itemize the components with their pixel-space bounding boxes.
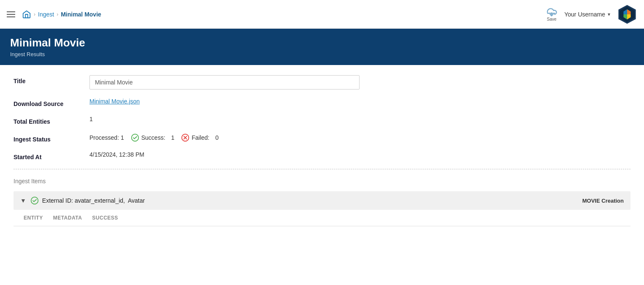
page-title: Minimal Movie xyxy=(10,36,634,49)
breadcrumb-sep-2: › xyxy=(57,11,58,17)
failed-status: Failed: 0 xyxy=(181,133,219,142)
tab-entity[interactable]: ENTITY xyxy=(24,215,43,221)
app-logo: AXINOM MOSAIC xyxy=(617,4,637,24)
page-header: Minimal Movie Ingest Results xyxy=(0,29,644,65)
breadcrumb-ingest[interactable]: Ingest xyxy=(38,11,54,18)
ingest-status-row: Ingest Status Processed: 1 Success: 1 xyxy=(14,133,630,143)
breadcrumb-sep-1: › xyxy=(34,11,35,17)
top-nav: › Ingest › Minimal Movie Save Your Usern… xyxy=(0,0,644,29)
item-tabs: ENTITY METADATA SUCCESS xyxy=(14,210,630,226)
title-label: Title xyxy=(14,75,89,84)
download-source-label: Download Source xyxy=(14,98,89,107)
home-breadcrumb[interactable] xyxy=(22,10,31,19)
total-entities-value: 1 xyxy=(89,116,630,122)
started-at-value: 4/15/2024, 12:38 PM xyxy=(89,151,630,158)
ingest-status-label: Ingest Status xyxy=(14,133,89,143)
save-label: Save xyxy=(547,17,557,22)
started-at-label: Started At xyxy=(14,151,89,160)
download-source-link[interactable]: Minimal Movie.json xyxy=(89,98,140,105)
ingest-item-row: ▼ External ID: avatar_external_id, Avata… xyxy=(14,191,630,210)
page-subtitle: Ingest Results xyxy=(10,51,634,57)
title-value xyxy=(89,75,630,90)
item-label: External ID: avatar_external_id, Avatar xyxy=(42,197,582,204)
main-content: Title Download Source Minimal Movie.json… xyxy=(0,65,644,236)
tab-success[interactable]: SUCCESS xyxy=(92,215,118,221)
download-source-row: Download Source Minimal Movie.json xyxy=(14,98,630,107)
save-cloud-icon xyxy=(546,7,557,17)
success-status: Success: 1 xyxy=(131,133,175,142)
save-button[interactable]: Save xyxy=(546,7,557,22)
started-at-row: Started At 4/15/2024, 12:38 PM xyxy=(14,151,630,160)
item-success-icon xyxy=(30,196,39,205)
download-source-value: Minimal Movie.json xyxy=(89,98,630,105)
failed-icon xyxy=(181,133,189,142)
chevron-down-icon: ▾ xyxy=(608,11,610,17)
total-entities-row: Total Entities 1 xyxy=(14,116,630,125)
breadcrumb-current: Minimal Movie xyxy=(61,11,101,18)
title-row: Title xyxy=(14,75,630,90)
item-type: MOVIE Creation xyxy=(582,198,624,204)
breadcrumb: › Ingest › Minimal Movie xyxy=(22,10,546,19)
username-text: Your Username xyxy=(564,11,605,18)
ingest-status-value: Processed: 1 Success: 1 Failed: 0 xyxy=(89,133,630,142)
processed-text: Processed: 1 xyxy=(89,134,124,141)
section-divider xyxy=(14,169,630,169)
title-input[interactable] xyxy=(89,75,360,90)
nav-right: Save Your Username ▾ AXINOM MOSAIC xyxy=(546,4,637,24)
success-icon xyxy=(131,133,139,142)
user-dropdown[interactable]: Your Username ▾ xyxy=(564,11,610,18)
hamburger-menu[interactable] xyxy=(7,11,15,17)
collapse-icon[interactable]: ▼ xyxy=(20,197,26,204)
tab-metadata[interactable]: METADATA xyxy=(53,215,82,221)
total-entities-label: Total Entities xyxy=(14,116,89,125)
ingest-items-label: Ingest Items xyxy=(14,178,630,185)
